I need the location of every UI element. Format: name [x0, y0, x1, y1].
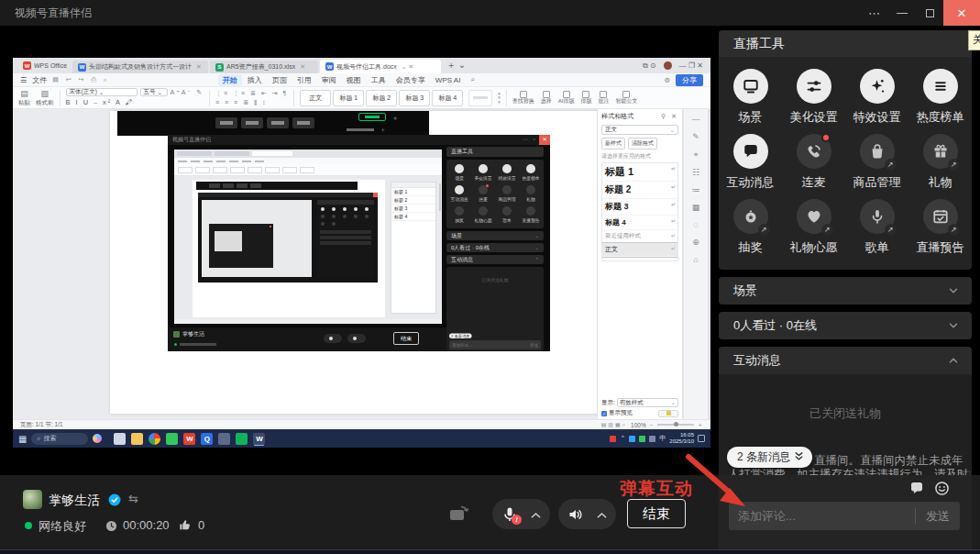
ribbon-tool-icon: [563, 91, 570, 98]
nested-wps-statusbar: [174, 319, 442, 324]
close-button[interactable]: ✕: [943, 0, 980, 26]
microphone-button[interactable]: [492, 499, 550, 529]
mic-chevron-up-icon[interactable]: [531, 506, 541, 523]
nested-wps-tabs: [174, 150, 442, 158]
section-viewers[interactable]: 0人看过 · 0在线: [719, 312, 972, 339]
emoji-icon[interactable]: [934, 481, 950, 496]
tool-item[interactable]: ↗ 歌单: [845, 199, 908, 256]
double-chevron-down-icon: [794, 450, 804, 465]
tool-item[interactable]: ↗ 礼物: [908, 134, 972, 191]
ribbon-tool-icon: [582, 91, 589, 98]
network-status-text: 网络良好: [39, 518, 86, 535]
app-icon: [166, 433, 178, 445]
more-menu-button[interactable]: ⋯: [861, 0, 888, 26]
nested-tool-item: 抽奖: [447, 206, 471, 225]
tool-icon: [805, 207, 823, 226]
statusbar-left-text: 页面: 1/1 节: 1/1: [20, 421, 63, 429]
wps-ribbon-tab: 引用: [292, 74, 316, 86]
tool-item[interactable]: 热度榜单: [908, 69, 972, 126]
nested-tool-item: 歌单: [495, 206, 519, 225]
tool-item[interactable]: ↗ 直播预告: [908, 199, 972, 256]
maximize-button[interactable]: [916, 0, 943, 26]
section-scene[interactable]: 场景: [719, 277, 972, 305]
nested-wps-menu: [174, 158, 442, 164]
ribbon-tool: 智能公文: [615, 91, 637, 105]
tool-item[interactable]: ↗ 商品管理: [845, 134, 908, 191]
section-messages[interactable]: 互动消息: [719, 347, 972, 374]
annotation-arrow: [676, 449, 763, 518]
chevron-down-icon: [948, 320, 959, 331]
window-bottom-edge: [0, 549, 980, 554]
nested-mic-pill: [324, 334, 342, 343]
chat-bubble-icon[interactable]: [909, 481, 924, 495]
comment-input[interactable]: 添加评论... 发送: [729, 502, 960, 530]
nested-network-dot: [174, 343, 177, 346]
speaker-button[interactable]: [558, 499, 616, 529]
nested-style-row: 标题 2: [391, 196, 435, 205]
screenshot-button: [241, 117, 263, 128]
tool-icon: [805, 142, 823, 161]
account-name: 掌够生活: [49, 493, 100, 509]
switch-account-icon[interactable]: ⇆: [128, 492, 138, 505]
wps-home-tab: WWPS Office: [17, 58, 72, 73]
nested-tool-label: 直播预告: [522, 217, 539, 224]
nested-gift-disabled-text: 已关闭送礼物: [457, 277, 534, 283]
paste-control: ▤粘贴: [18, 90, 30, 105]
new-style-button: 新样式: [601, 138, 625, 150]
tool-item[interactable]: 连麦: [782, 134, 845, 191]
screenshot-plus-icon: ＋: [391, 113, 399, 123]
tool-item[interactable]: 场景: [719, 69, 782, 126]
screen-share-preview[interactable]: WWPS Office W头部结构款式及销售设计方式一设计✕ SAR5资产报表_…: [13, 58, 710, 448]
ribbon-tool-icon: [622, 91, 630, 98]
wps-ribbon-tab: 页面: [268, 74, 292, 86]
nested-tool-label: 商品管理: [498, 196, 515, 203]
window-titlebar: 视频号直播伴侣 ⋯ — ✕: [0, 0, 980, 26]
speaker-chevron-up-icon[interactable]: [597, 506, 607, 523]
window-controls: ⋯ — ✕: [861, 0, 980, 26]
send-button[interactable]: 发送: [916, 508, 960, 525]
wps-menu-bar: ☰ 文件▤ ↩ ↪ ⎙ ⌕ 开始插入页面引用审阅视图工具会员专享WPS AI ⌕…: [13, 73, 710, 87]
stream-control-bar: 掌够生活 ⇆ 网络良好 00:00:20 0 结束 添: [0, 475, 980, 554]
wps-side-rail: —✎⌖☷≔▦◌⊕⌂: [683, 109, 708, 419]
tool-label: 互动消息: [727, 174, 775, 191]
tool-item[interactable]: 互动消息: [719, 134, 782, 191]
tool-item[interactable]: ↗ 礼物心愿: [782, 199, 845, 256]
copilot-icon: [93, 434, 102, 443]
nested-account-name: 掌够生活: [182, 330, 204, 338]
nested-window-controls: ⋯ ▫: [523, 135, 537, 145]
embedded-screenshot-strip: ＋ ＋: [117, 111, 429, 136]
tool-item[interactable]: 特效设置: [845, 69, 908, 126]
minimize-button[interactable]: —: [888, 0, 916, 26]
tools-panel-header: 直播工具: [719, 30, 972, 57]
ribbon-divider: [293, 90, 294, 106]
camera-flip-icon[interactable]: [448, 504, 470, 522]
wps-sheet-tab: SAR5资产报表_0310.xlsx✕: [210, 61, 318, 73]
ribbon-tool: 选择: [541, 91, 552, 105]
panel-footer-button: [658, 410, 678, 417]
nested-styles-panel: 标题 1标题 2标题 3标题 4: [391, 182, 436, 314]
nested-section-messages: 互动消息⌃: [446, 255, 544, 264]
tool-item[interactable]: ↗ 抽奖: [719, 199, 782, 256]
doc-icon: W: [78, 63, 86, 72]
tool-icon: [805, 77, 823, 95]
screenshot-green-button: [358, 113, 386, 121]
tool-icon: [868, 77, 886, 95]
tool-label: 抽奖: [739, 239, 763, 256]
style-gallery-item: 标题 2: [366, 90, 397, 106]
wps-ribbon-tab: WPS AI: [431, 75, 466, 85]
account-avatar: [23, 490, 42, 509]
ribbon-tool-icon: [600, 91, 607, 98]
tool-label: 歌单: [865, 239, 889, 256]
taskview-icon: [114, 433, 126, 445]
tool-item[interactable]: 美化设置: [782, 69, 845, 126]
wps-taskbar-icon: W: [183, 433, 195, 445]
viewers-online-count: 0人看过 · 0在线: [733, 317, 817, 334]
nested-panel-title: 直播工具: [446, 147, 544, 157]
wps-styles-panel: 样式和格式⚲ ✕ 正文⌄ 新样式 清除格式 请选择要应用的格式 标题 1标题 2…: [597, 109, 683, 419]
nested-tool-item: 热度榜单: [519, 164, 543, 183]
tool-label: 热度榜单: [917, 109, 964, 126]
tool-icon: [931, 142, 950, 161]
microphone-icon: [501, 505, 519, 524]
style-list-row: 标题 3: [602, 199, 677, 216]
mic-alert-badge: [512, 515, 522, 525]
